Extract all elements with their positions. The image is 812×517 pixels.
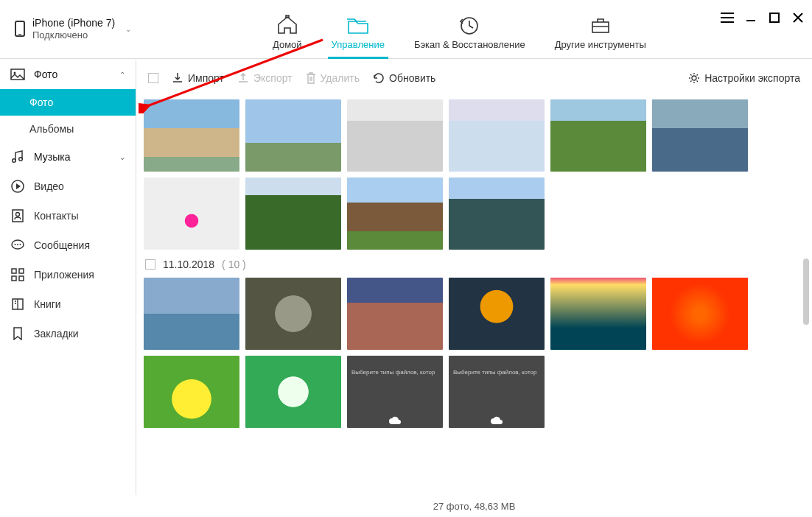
- tab-manage-label: Управление: [332, 39, 385, 50]
- bookmark-icon: [10, 326, 25, 341]
- video-icon: [10, 179, 25, 194]
- device-selector[interactable]: iPhone (iPhone 7) Подключено ⌄: [15, 16, 147, 42]
- gear-icon: [688, 72, 700, 84]
- import-button[interactable]: Импорт: [172, 72, 224, 84]
- group-checkbox[interactable]: [145, 259, 155, 270]
- sidebar-item-bookmarks[interactable]: Закладки: [0, 319, 136, 348]
- photo-thumbnail[interactable]: [144, 99, 239, 172]
- svg-point-6: [19, 158, 23, 161]
- photo-thumbnail[interactable]: [347, 177, 443, 250]
- import-label: Импорт: [188, 72, 224, 84]
- picture-icon: [10, 67, 25, 82]
- delete-button[interactable]: Удалить: [306, 72, 360, 84]
- titlebar: [713, 0, 812, 35]
- tab-backup[interactable]: Бэкап & Восстановление: [399, 0, 540, 59]
- sidebar-item-photo-sub[interactable]: Фото: [0, 89, 136, 116]
- sidebar-item-label: Альбомы: [29, 123, 125, 135]
- photo-thumbnail[interactable]: [449, 177, 545, 250]
- sidebar-item-video[interactable]: Видео: [0, 172, 136, 201]
- export-icon: [237, 72, 249, 84]
- svg-point-19: [692, 76, 696, 80]
- chevron-up-icon: ⌃: [119, 71, 125, 79]
- sidebar-item-contacts[interactable]: Контакты: [0, 201, 136, 231]
- chevron-down-icon: ⌄: [125, 25, 131, 33]
- photo-thumbnail[interactable]: [245, 278, 341, 350]
- refresh-icon: [373, 72, 385, 84]
- photo-thumbnail[interactable]: [144, 278, 239, 350]
- sidebar-item-photo[interactable]: Фото ⌃: [0, 60, 136, 89]
- tab-tools[interactable]: Другие инструменты: [540, 0, 661, 59]
- photo-thumbnail[interactable]: [347, 278, 443, 350]
- select-all-checkbox[interactable]: [148, 73, 158, 83]
- music-icon: [10, 150, 25, 164]
- maximize-button[interactable]: [768, 11, 781, 24]
- cloud-icon: [388, 415, 402, 426]
- messages-icon: [10, 238, 25, 253]
- status-bar: 27 фото, 48,63 MB: [136, 495, 812, 517]
- books-icon: [10, 297, 25, 312]
- photo-thumbnail[interactable]: [449, 278, 545, 350]
- status-text: 27 фото, 48,63 MB: [433, 501, 516, 512]
- photo-thumbnail[interactable]: [652, 278, 748, 350]
- sidebar-item-label: Фото: [29, 96, 125, 108]
- phone-icon: [15, 21, 25, 37]
- sidebar-item-label: Контакты: [34, 210, 125, 222]
- sidebar-item-books[interactable]: Книги: [0, 289, 136, 319]
- photo-thumbnail[interactable]: [245, 99, 341, 172]
- sidebar: Фото ⌃ Фото Альбомы Музыка ⌄ Видео Конта…: [0, 60, 136, 495]
- export-label: Экспорт: [253, 72, 293, 84]
- svg-point-11: [15, 244, 16, 245]
- photo-thumbnail[interactable]: [550, 99, 646, 172]
- sidebar-item-label: Закладки: [34, 328, 125, 340]
- content-toolbar: Импорт Экспорт Удалить Обновить Настройк…: [136, 60, 812, 96]
- sidebar-item-label: Приложения: [34, 269, 125, 281]
- apps-icon: [10, 267, 25, 282]
- chevron-down-icon: ⌄: [119, 153, 125, 161]
- sidebar-item-music[interactable]: Музыка ⌄: [0, 142, 136, 172]
- photo-thumbnail[interactable]: [550, 278, 646, 350]
- tab-home-label: Домой: [273, 39, 302, 50]
- group-date: 11.10.2018: [163, 258, 214, 270]
- contacts-icon: [10, 208, 25, 223]
- export-settings-button[interactable]: Настройки экспорта: [688, 72, 800, 84]
- sidebar-item-apps[interactable]: Приложения: [0, 260, 136, 289]
- trash-icon: [306, 72, 316, 84]
- svg-point-5: [13, 159, 16, 163]
- scroll-thumb[interactable]: [803, 258, 809, 325]
- tab-tools-label: Другие инструменты: [555, 39, 646, 50]
- photo-thumbnail[interactable]: Выберите типы файлов, котор: [347, 356, 443, 428]
- svg-rect-14: [12, 269, 16, 273]
- tab-manage[interactable]: Управление: [317, 0, 399, 59]
- photo-thumbnail[interactable]: [245, 177, 341, 250]
- sidebar-item-messages[interactable]: Сообщения: [0, 231, 136, 260]
- photo-thumbnail[interactable]: Выберите типы файлов, котор: [449, 356, 545, 428]
- cloud-icon: [489, 415, 504, 426]
- thumb-caption: Выберите типы файлов, котор: [449, 356, 545, 376]
- svg-rect-16: [12, 276, 16, 281]
- device-status: Подключено: [32, 29, 115, 42]
- import-icon: [172, 72, 183, 84]
- header: iPhone (iPhone 7) Подключено ⌄ Домой Упр…: [0, 0, 812, 59]
- folder-icon: [346, 14, 371, 36]
- photo-thumbnail[interactable]: [652, 99, 748, 172]
- svg-rect-0: [770, 13, 779, 22]
- scrollbar[interactable]: [803, 96, 811, 495]
- group-count: ( 10 ): [222, 258, 246, 270]
- photo-thumbnail[interactable]: [245, 356, 341, 428]
- sidebar-item-label: Книги: [34, 298, 125, 310]
- photo-thumbnail[interactable]: [449, 99, 545, 172]
- export-button[interactable]: Экспорт: [237, 72, 293, 84]
- tab-home[interactable]: Домой: [258, 0, 317, 59]
- photo-thumbnail[interactable]: [347, 99, 443, 172]
- menu-icon[interactable]: [721, 11, 734, 24]
- date-group-header[interactable]: 11.10.2018 ( 10 ): [145, 258, 794, 270]
- backup-icon: [458, 14, 480, 36]
- thumb-caption: Выберите типы файлов, котор: [347, 356, 443, 376]
- sidebar-item-albums[interactable]: Альбомы: [0, 116, 136, 142]
- refresh-button[interactable]: Обновить: [373, 72, 435, 84]
- minimize-button[interactable]: [744, 11, 757, 24]
- close-button[interactable]: [791, 11, 805, 24]
- photo-thumbnail[interactable]: [144, 356, 239, 428]
- delete-label: Удалить: [321, 72, 360, 84]
- photo-thumbnail[interactable]: [144, 177, 239, 250]
